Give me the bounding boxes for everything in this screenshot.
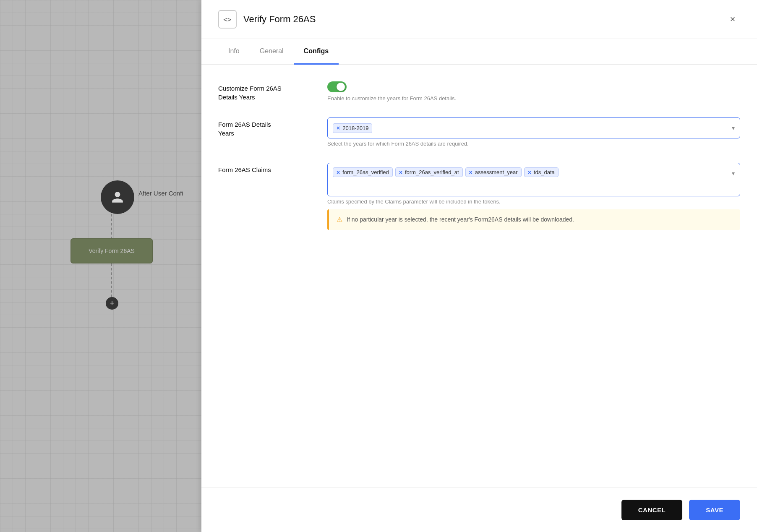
- year-tag-label: 2018-2019: [342, 125, 368, 131]
- claims-label: Form 26AS Claims: [218, 163, 327, 174]
- claims-control: × form_26as_verified × form_26as_verifie…: [327, 163, 740, 229]
- claim-tag-2-remove[interactable]: ×: [469, 170, 472, 175]
- years-dropdown-arrow: ▾: [732, 125, 735, 131]
- grid-background: [0, 0, 201, 532]
- customize-label: Customize Form 26ASDetails Years: [218, 81, 327, 102]
- form-row-claims: Form 26AS Claims × form_26as_verified × …: [218, 163, 740, 229]
- tab-general[interactable]: General: [250, 39, 294, 65]
- background-canvas: After User Confi Verify Form 26AS +: [0, 0, 201, 532]
- years-label: Form 26AS DetailsYears: [218, 117, 327, 138]
- panel-title: Verify Form 26AS: [243, 14, 316, 25]
- user-icon: [111, 190, 124, 204]
- flow-node-verify: Verify Form 26AS: [70, 238, 153, 263]
- years-hint: Select the years for which Form 26AS det…: [327, 140, 740, 148]
- claim-tag-0-label: form_26as_verified: [342, 169, 389, 175]
- panel-content: Customize Form 26ASDetails Years Enable …: [201, 65, 757, 488]
- claim-tag-2: × assessment_year: [465, 167, 522, 177]
- flow-node-circle: [101, 180, 134, 214]
- customize-hint: Enable to customize the years for Form 2…: [327, 95, 740, 102]
- claim-tag-0-remove[interactable]: ×: [337, 170, 340, 175]
- code-icon-button[interactable]: <>: [218, 10, 237, 29]
- toggle-container: [327, 81, 740, 92]
- panel-footer: CANCEL SAVE: [201, 488, 757, 532]
- claim-tag-3-remove[interactable]: ×: [528, 170, 531, 175]
- flow-connector-top: [111, 214, 112, 239]
- save-button[interactable]: SAVE: [689, 500, 740, 520]
- toggle-knob: [337, 83, 345, 91]
- years-select[interactable]: × 2018-2019 ▾: [327, 117, 740, 138]
- side-panel: <> Verify Form 26AS × Info General Confi…: [201, 0, 757, 532]
- panel-header: <> Verify Form 26AS ×: [201, 0, 757, 39]
- claim-tag-3: × tds_data: [524, 167, 559, 177]
- flow-add-node[interactable]: +: [106, 297, 118, 310]
- customize-control: Enable to customize the years for Form 2…: [327, 81, 740, 102]
- claim-tag-1: × form_26as_verified_at: [395, 167, 463, 177]
- claim-tag-3-label: tds_data: [534, 169, 555, 175]
- flow-connector-bottom: [111, 263, 112, 297]
- cancel-button[interactable]: CANCEL: [621, 500, 683, 520]
- claim-tag-2-label: assessment_year: [475, 169, 518, 175]
- warning-icon: ⚠: [337, 216, 342, 224]
- claim-tag-1-remove[interactable]: ×: [399, 170, 402, 175]
- claims-select[interactable]: × form_26as_verified × form_26as_verifie…: [327, 163, 740, 196]
- tab-info[interactable]: Info: [218, 39, 250, 65]
- panel-header-left: <> Verify Form 26AS: [218, 10, 316, 29]
- year-tag: × 2018-2019: [333, 123, 372, 133]
- claim-tag-1-label: form_26as_verified_at: [405, 169, 459, 175]
- claims-dropdown-arrow: ▾: [732, 170, 735, 177]
- years-control: × 2018-2019 ▾ Select the years for which…: [327, 117, 740, 148]
- form-row-years: Form 26AS DetailsYears × 2018-2019 ▾ Sel…: [218, 117, 740, 148]
- form-row-customize: Customize Form 26ASDetails Years Enable …: [218, 81, 740, 102]
- claims-hint: Claims specified by the Claims parameter…: [327, 198, 740, 206]
- tab-bar: Info General Configs: [201, 39, 757, 65]
- claim-tag-0: × form_26as_verified: [333, 167, 393, 177]
- tab-configs[interactable]: Configs: [294, 39, 339, 65]
- close-button[interactable]: ×: [725, 12, 740, 27]
- code-icon: <>: [223, 16, 231, 23]
- year-tag-remove[interactable]: ×: [337, 125, 340, 131]
- flow-node-after-label: After User Confi: [138, 190, 183, 197]
- warning-text: If no particular year is selected, the r…: [347, 215, 574, 224]
- customize-toggle[interactable]: [327, 81, 347, 92]
- warning-banner: ⚠ If no particular year is selected, the…: [327, 209, 740, 230]
